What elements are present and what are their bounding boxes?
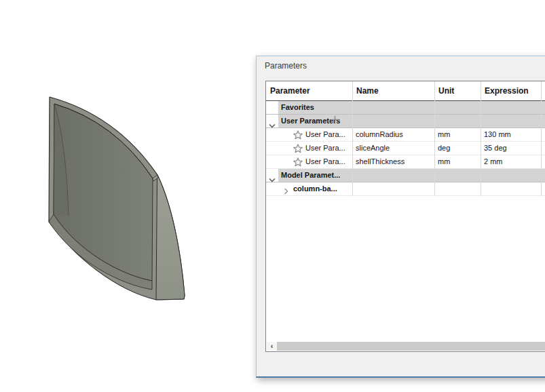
column-header-parameter[interactable]: Parameter [266, 81, 352, 100]
subgroup-row-column-ba-[interactable]: column-ba... [266, 182, 545, 196]
parameters-table: Parameter Name Unit Expression Favorites… [265, 81, 545, 352]
group-expand-toggle[interactable] [269, 174, 276, 187]
favorite-star-icon[interactable] [293, 157, 303, 167]
subgroup-label: column-ba... [293, 182, 337, 195]
param-name-cell[interactable]: columnRadius [356, 128, 433, 141]
group-expand-toggle[interactable] [269, 119, 276, 132]
param-row-columnRadius[interactable]: User Para...columnRadiusmm130 mm [266, 128, 545, 142]
scroll-left-icon: ‹ [271, 342, 274, 350]
group-label: Model Paramet... [281, 169, 340, 182]
model-interior-face [54, 104, 153, 281]
param-unit-cell: mm [438, 128, 480, 141]
param-expression-cell[interactable]: 2 mm [484, 155, 540, 168]
chevron-down-icon[interactable] [269, 178, 276, 182]
group-label: Favorites [281, 101, 314, 114]
scrollbar-track[interactable] [277, 342, 545, 351]
horizontal-scrollbar[interactable]: ‹ [267, 342, 545, 351]
param-expression-cell[interactable]: 35 deg [484, 142, 540, 155]
group-row-user-parameters[interactable]: User Parameters [266, 115, 545, 128]
param-expression-cell[interactable]: 130 mm [484, 128, 540, 141]
param-row-shellThickness[interactable]: User Para...shellThicknessmm2 mm [266, 155, 545, 169]
param-unit-cell: deg [438, 142, 480, 155]
parameters-dialog: Parameters Parameter Name Unit Expressio… [256, 56, 545, 378]
column-shell-model[interactable] [41, 88, 204, 312]
chevron-right-icon[interactable] [284, 188, 288, 195]
favorite-star-icon[interactable] [293, 130, 303, 140]
favorite-star-icon[interactable] [293, 144, 303, 153]
column-divider [352, 81, 353, 196]
model-side-face [156, 175, 185, 300]
param-type-cell: User Para... [305, 155, 350, 168]
column-header-unit[interactable]: Unit [434, 81, 481, 100]
mouse-cursor [331, 115, 339, 124]
column-divider [481, 81, 481, 196]
group-row-model-paramet-[interactable]: Model Paramet... [266, 169, 545, 182]
column-divider [541, 81, 542, 196]
column-header-expression[interactable]: Expression [481, 81, 541, 100]
param-type-cell: User Para... [305, 142, 350, 155]
param-row-sliceAngle[interactable]: User Para...sliceAngledeg35 deg [266, 142, 545, 155]
column-divider [434, 81, 435, 196]
group-row-favorites[interactable]: Favorites [266, 101, 545, 115]
subgroup-expand-toggle[interactable] [284, 186, 288, 199]
param-name-cell[interactable]: sliceAngle [356, 142, 433, 155]
param-type-cell: User Para... [305, 128, 350, 141]
dialog-title: Parameters [265, 61, 307, 71]
column-header-name[interactable]: Name [352, 81, 434, 100]
chevron-down-icon[interactable] [269, 123, 276, 128]
table-header: Parameter Name Unit Expression [266, 81, 545, 101]
scroll-left-button[interactable]: ‹ [267, 342, 277, 351]
param-unit-cell: mm [438, 155, 480, 168]
param-name-cell[interactable]: shellThickness [356, 155, 433, 168]
table-body: FavoritesUser ParametersUser Para...colu… [266, 101, 545, 196]
